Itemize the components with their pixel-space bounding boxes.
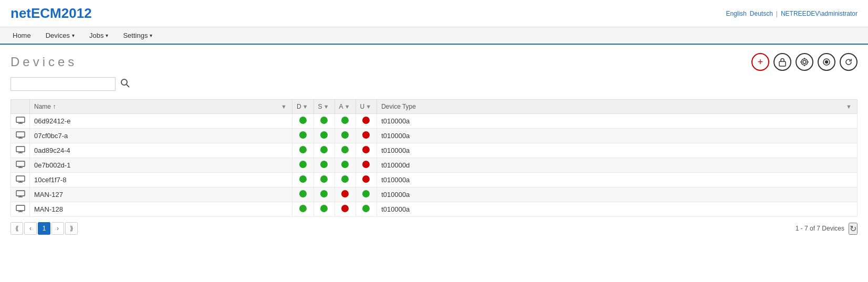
row-a	[334, 202, 355, 217]
th-u[interactable]: U ▼	[355, 100, 377, 114]
svg-point-8	[825, 61, 828, 64]
page-first-button[interactable]: ⟪	[11, 222, 23, 235]
row-u	[355, 202, 377, 217]
row-a	[334, 173, 355, 187]
row-icon	[11, 143, 30, 158]
th-a[interactable]: A ▼	[334, 100, 355, 114]
row-d	[292, 173, 314, 187]
row-s	[313, 129, 334, 143]
row-device-type: t010000a	[377, 202, 857, 217]
svg-rect-26	[16, 191, 25, 196]
user-label: NETREEDEV\administrator	[781, 10, 857, 17]
record-button[interactable]	[818, 53, 835, 71]
page-prev-button[interactable]: ‹	[24, 222, 37, 235]
page-last-button[interactable]: ⟫	[65, 222, 78, 235]
search-bar	[11, 77, 857, 91]
filter-a-button[interactable]: ▼	[343, 103, 351, 110]
row-u	[355, 173, 377, 187]
row-device-type: t010000a	[377, 114, 857, 129]
row-icon	[11, 173, 30, 187]
nav-settings[interactable]: Settings ▾	[116, 27, 160, 44]
row-device-type: t010000a	[377, 187, 857, 202]
svg-rect-17	[16, 147, 25, 152]
row-d	[292, 114, 314, 129]
table-row[interactable]: 07cf0bc7-at010000a	[11, 129, 857, 143]
page-title: Devices	[11, 55, 77, 69]
nav-devices[interactable]: Devices ▾	[38, 27, 82, 44]
header: netECM2012 English Deutsch | NETREEDEV\a…	[0, 0, 868, 27]
svg-point-9	[121, 79, 127, 85]
target-button[interactable]	[796, 53, 813, 71]
row-icon	[11, 187, 30, 202]
row-d	[292, 187, 314, 202]
row-device-type: t010000a	[377, 173, 857, 187]
row-d	[292, 129, 314, 143]
app-title: netECM2012	[11, 5, 92, 22]
chevron-down-icon: ▾	[150, 33, 152, 38]
svg-point-1	[801, 59, 808, 65]
search-button[interactable]	[120, 78, 130, 91]
lang-separator: |	[776, 10, 778, 17]
th-icon	[11, 100, 30, 114]
lang-english[interactable]: English	[726, 10, 746, 17]
devices-table: Name ↑ ▼ D ▼ S ▼	[11, 99, 857, 217]
row-name: MAN-127	[30, 187, 292, 202]
row-s	[313, 187, 334, 202]
filter-s-button[interactable]: ▼	[322, 103, 330, 110]
search-input[interactable]	[11, 77, 116, 91]
row-name: 0e7b002d-1	[30, 158, 292, 173]
filter-name-button[interactable]: ▼	[280, 103, 288, 110]
svg-rect-29	[16, 205, 25, 211]
svg-rect-11	[16, 117, 25, 122]
page-1-button[interactable]: 1	[38, 222, 50, 235]
add-device-button[interactable]: +	[751, 53, 769, 71]
pagination: ⟪ ‹ 1 › ⟫ 1 - 7 of 7 Devices ↻	[11, 222, 857, 235]
th-d[interactable]: D ▼	[292, 100, 314, 114]
table-row[interactable]: MAN-128t010000a	[11, 202, 857, 217]
row-s	[313, 202, 334, 217]
row-icon	[11, 158, 30, 173]
th-s[interactable]: S ▼	[313, 100, 334, 114]
table-row[interactable]: 10cef1f7-8t010000a	[11, 173, 857, 187]
lock-button[interactable]	[773, 53, 791, 71]
header-right: English Deutsch | NETREEDEV\administrato…	[726, 10, 857, 17]
row-u	[355, 114, 377, 129]
chevron-down-icon: ▾	[106, 33, 108, 38]
row-device-type: t010000a	[377, 143, 857, 158]
row-icon	[11, 114, 30, 129]
row-name: 10cef1f7-8	[30, 173, 292, 187]
row-device-type: t010000a	[377, 129, 857, 143]
th-name[interactable]: Name ↑ ▼	[30, 100, 292, 114]
nav-jobs[interactable]: Jobs ▾	[82, 27, 116, 44]
page-next-button[interactable]: ›	[51, 222, 64, 235]
filter-d-button[interactable]: ▼	[301, 103, 309, 110]
row-name: 07cf0bc7-a	[30, 129, 292, 143]
row-u	[355, 187, 377, 202]
pagination-refresh-button[interactable]: ↻	[849, 223, 857, 235]
table-row[interactable]: 0e7b002d-1t010000d	[11, 158, 857, 173]
filter-u-button[interactable]: ▼	[364, 103, 372, 110]
row-d	[292, 202, 314, 217]
row-u	[355, 143, 377, 158]
table-header-row: Name ↑ ▼ D ▼ S ▼	[11, 100, 857, 114]
row-d	[292, 158, 314, 173]
nav-home[interactable]: Home	[5, 27, 38, 44]
table-row[interactable]: 0ad89c24-4t010000a	[11, 143, 857, 158]
svg-rect-14	[16, 132, 25, 137]
row-s	[313, 173, 334, 187]
sync-button[interactable]	[840, 53, 857, 71]
pagination-right: 1 - 7 of 7 Devices ↻	[796, 223, 857, 235]
row-d	[292, 143, 314, 158]
svg-point-2	[803, 60, 806, 64]
filter-device-type-button[interactable]: ▼	[845, 103, 853, 110]
svg-rect-0	[779, 61, 786, 66]
svg-line-10	[127, 85, 129, 87]
table-row[interactable]: 06d92412-et010000a	[11, 114, 857, 129]
row-s	[313, 114, 334, 129]
row-s	[313, 143, 334, 158]
row-name: 0ad89c24-4	[30, 143, 292, 158]
lang-deutsch[interactable]: Deutsch	[750, 10, 773, 17]
table-row[interactable]: MAN-127t010000a	[11, 187, 857, 202]
th-device-type[interactable]: Device Type ▼	[377, 100, 857, 114]
toolbar-icons: +	[751, 53, 857, 71]
